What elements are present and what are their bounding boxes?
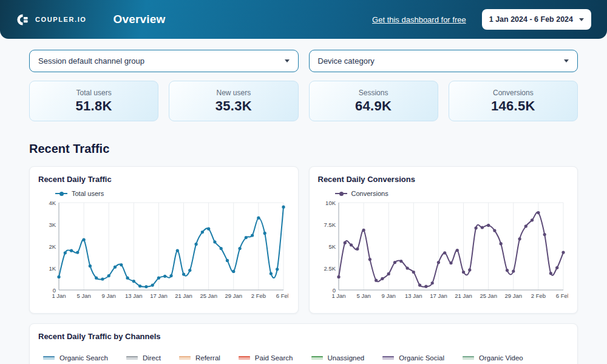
kpi-conversions: Conversions 146.5K <box>449 81 578 121</box>
kpi-label: Total users <box>76 89 112 97</box>
kpi-label: New users <box>217 89 251 97</box>
legend-label: Conversions <box>351 190 388 197</box>
chevron-down-icon <box>564 59 569 62</box>
header-bar: COUPLER.IO Overview Get this dashboard f… <box>0 0 607 39</box>
svg-text:3K: 3K <box>49 221 56 228</box>
channel-label: Direct <box>143 354 161 362</box>
chevron-down-icon <box>285 59 290 62</box>
conversions-chart-svg: 02.5K5K7.5K10K1 Jan5 Jan9 Jan13 Jan17 Ja… <box>318 198 568 303</box>
kpi-value: 35.3K <box>215 98 252 114</box>
svg-text:29 Jan: 29 Jan <box>225 292 243 299</box>
channel-legend-item[interactable]: Referral <box>179 354 220 362</box>
channel-label: Organic Search <box>59 354 108 362</box>
chart-title: Recent Daily Traffic by Channels <box>38 332 569 341</box>
page-title: Overview <box>113 13 165 26</box>
svg-text:6 Feb: 6 Feb <box>276 292 288 299</box>
date-range-value: 1 Jan 2024 - 6 Feb 2024 <box>489 15 573 24</box>
kpi-sessions: Sessions 64.9K <box>309 81 438 121</box>
svg-text:2.5K: 2.5K <box>324 265 336 272</box>
svg-text:13 Jan: 13 Jan <box>125 292 143 299</box>
channel-swatch-icon <box>311 356 323 360</box>
filters-row: Session default channel group Device cat… <box>29 50 578 72</box>
channel-swatch-icon <box>179 356 191 360</box>
legend-label: Total users <box>72 190 104 197</box>
kpi-new-users: New users 35.3K <box>169 81 298 121</box>
line-series-marker-icon <box>55 193 67 194</box>
filter-device-category[interactable]: Device category <box>309 50 578 72</box>
svg-text:7.5K: 7.5K <box>324 221 336 228</box>
svg-text:9 Jan: 9 Jan <box>381 292 395 299</box>
recent-daily-conversions-card: Recent Daily Conversions Conversions 02.… <box>309 166 578 314</box>
filter-channel-group-label: Session default channel group <box>38 56 144 66</box>
kpi-value: 146.5K <box>491 98 535 114</box>
svg-text:2 Feb: 2 Feb <box>531 292 545 299</box>
channel-swatch-icon <box>382 356 394 360</box>
header-actions: Get this dashboard for free 1 Jan 2024 -… <box>372 9 591 30</box>
kpi-value: 64.9K <box>355 98 392 114</box>
recent-daily-traffic-card: Recent Daily Traffic Total users 01K2K3K… <box>29 166 299 314</box>
svg-text:2K: 2K <box>49 243 56 250</box>
channel-legend-item[interactable]: Paid Search <box>239 354 293 362</box>
chart-legend: Conversions <box>335 190 569 197</box>
channel-legend-item[interactable]: Organic Video <box>463 354 523 362</box>
kpi-total-users: Total users 51.8K <box>29 81 158 121</box>
svg-text:5 Jan: 5 Jan <box>76 292 90 299</box>
date-range-picker[interactable]: 1 Jan 2024 - 6 Feb 2024 <box>482 9 591 30</box>
coupler-logo[interactable]: COUPLER.IO <box>16 13 86 27</box>
svg-text:6 Feb: 6 Feb <box>555 292 568 299</box>
kpi-row: Total users 51.8K New users 35.3K Sessio… <box>29 81 578 121</box>
dashboard-page: COUPLER.IO Overview Get this dashboard f… <box>0 0 607 364</box>
filter-channel-group[interactable]: Session default channel group <box>29 50 299 72</box>
svg-text:10K: 10K <box>325 200 336 206</box>
filter-device-category-label: Device category <box>318 56 375 66</box>
channel-label: Unassigned <box>328 354 365 362</box>
svg-text:17 Jan: 17 Jan <box>430 292 447 299</box>
svg-text:4K: 4K <box>49 200 56 206</box>
svg-text:13 Jan: 13 Jan <box>405 292 422 299</box>
kpi-label: Conversions <box>493 89 534 97</box>
svg-text:21 Jan: 21 Jan <box>175 292 192 299</box>
channel-swatch-icon <box>463 356 474 360</box>
charts-row: Recent Daily Traffic Total users 01K2K3K… <box>29 166 578 314</box>
svg-text:1 Jan: 1 Jan <box>52 292 66 299</box>
traffic-chart-svg: 01K2K3K4K1 Jan5 Jan9 Jan13 Jan17 Jan21 J… <box>38 198 288 303</box>
channel-legend-item[interactable]: Organic Search <box>43 354 108 362</box>
chart-title: Recent Daily Traffic <box>38 175 290 184</box>
chevron-down-icon <box>579 18 584 21</box>
channel-legend-item[interactable]: Unassigned <box>311 354 365 362</box>
kpi-label: Sessions <box>359 89 388 97</box>
svg-text:17 Jan: 17 Jan <box>150 292 168 299</box>
traffic-by-channels-card: Recent Daily Traffic by Channels Organic… <box>29 323 578 364</box>
channel-swatch-icon <box>43 356 55 360</box>
svg-text:25 Jan: 25 Jan <box>200 292 217 299</box>
svg-text:9 Jan: 9 Jan <box>102 292 116 299</box>
channel-label: Organic Video <box>479 354 523 362</box>
traffic-chart: 01K2K3K4K1 Jan5 Jan9 Jan13 Jan17 Jan21 J… <box>38 198 290 305</box>
svg-text:25 Jan: 25 Jan <box>480 292 497 299</box>
svg-text:21 Jan: 21 Jan <box>455 292 472 299</box>
svg-text:1 Jan: 1 Jan <box>331 292 345 299</box>
channel-swatch-icon <box>126 356 138 360</box>
channels-legend: Organic SearchDirectReferralPaid SearchU… <box>43 354 569 364</box>
conversions-chart: 02.5K5K7.5K10K1 Jan5 Jan9 Jan13 Jan17 Ja… <box>318 198 569 305</box>
svg-text:5 Jan: 5 Jan <box>356 292 370 299</box>
chart-title: Recent Daily Conversions <box>318 175 569 184</box>
line-series-marker-icon <box>335 193 347 194</box>
coupler-logo-text: COUPLER.IO <box>35 16 86 23</box>
svg-text:29 Jan: 29 Jan <box>504 292 522 299</box>
section-title-recent-traffic: Recent Traffic <box>29 142 578 156</box>
channel-label: Referral <box>195 354 220 362</box>
channel-legend-item[interactable]: Direct <box>126 354 161 362</box>
kpi-value: 51.8K <box>76 98 112 114</box>
get-dashboard-link[interactable]: Get this dashboard for free <box>372 15 466 24</box>
svg-text:2 Feb: 2 Feb <box>251 292 266 299</box>
svg-text:5K: 5K <box>328 243 336 250</box>
channel-label: Paid Search <box>255 354 293 362</box>
channel-swatch-icon <box>239 356 250 360</box>
channel-legend-item[interactable]: Organic Social <box>382 354 444 362</box>
channel-label: Organic Social <box>399 354 444 362</box>
coupler-logo-icon <box>16 13 30 27</box>
chart-legend: Total users <box>55 190 290 197</box>
svg-text:1K: 1K <box>49 265 56 272</box>
